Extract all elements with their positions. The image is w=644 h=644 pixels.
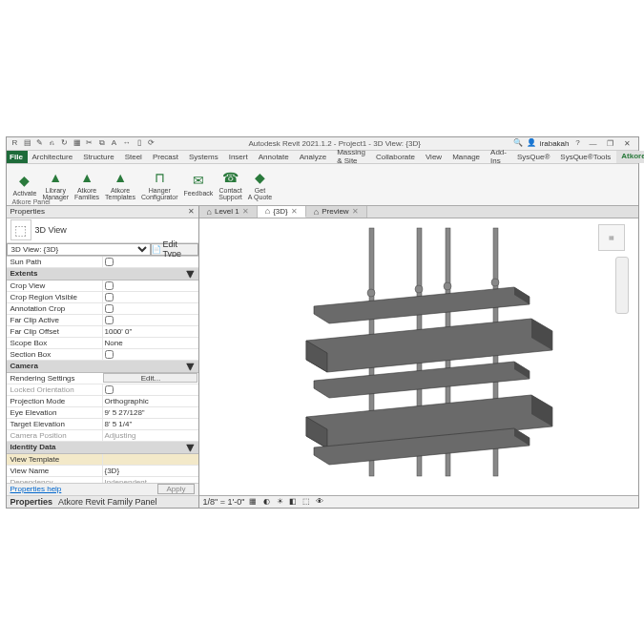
maximize-button[interactable]: ❐: [604, 138, 617, 148]
close-icon[interactable]: ✕: [188, 207, 195, 216]
ribbon-tab[interactable]: SysQue®: [512, 151, 555, 163]
ribbon-tab[interactable]: Add-Ins: [486, 151, 512, 163]
property-value[interactable]: Edit...: [103, 373, 197, 383]
ribbon-button[interactable]: ▲LibraryManager: [39, 168, 72, 201]
palette-tab[interactable]: Properties: [10, 497, 53, 507]
ribbon-button[interactable]: ▲AtkoreTemplates: [102, 168, 138, 201]
ribbon-button[interactable]: ⊓HangerConfigurator: [138, 168, 181, 201]
property-row[interactable]: View Name{3D}: [7, 466, 198, 477]
property-group[interactable]: Identity Data⯆: [7, 442, 198, 454]
qat-icon[interactable]: ⎌: [48, 138, 57, 148]
property-row[interactable]: Rendering SettingsEdit...: [7, 373, 198, 384]
apply-button[interactable]: Apply: [157, 484, 194, 494]
minimize-button[interactable]: —: [587, 138, 600, 148]
ribbon-tab[interactable]: View: [421, 151, 447, 163]
view-cube[interactable]: ▦: [598, 224, 625, 251]
ribbon-tab[interactable]: Collaborate: [371, 151, 421, 163]
property-row[interactable]: Crop View: [7, 280, 198, 292]
ribbon-tab[interactable]: Precast: [148, 151, 184, 163]
close-icon[interactable]: ✕: [242, 207, 249, 216]
visual-style-icon[interactable]: ◐: [261, 497, 271, 507]
property-value[interactable]: [102, 303, 198, 314]
view-tab[interactable]: ⌂ Preview ✕: [306, 206, 367, 218]
properties-help-link[interactable]: Properties help: [10, 485, 62, 493]
property-row[interactable]: Sun Path: [7, 257, 198, 268]
qat-icon[interactable]: R: [10, 138, 20, 148]
qat-icon[interactable]: ⧉: [97, 138, 107, 148]
property-value[interactable]: [102, 349, 198, 360]
ribbon-tab[interactable]: Atkore: [616, 151, 644, 163]
qat-icon[interactable]: ▦: [73, 138, 82, 148]
qat-icon[interactable]: ↻: [60, 138, 70, 148]
close-button[interactable]: ✕: [621, 138, 634, 148]
property-value[interactable]: {3D}: [102, 466, 198, 476]
property-value[interactable]: [102, 292, 198, 302]
property-value[interactable]: Orthographic: [102, 396, 198, 406]
property-value[interactable]: [102, 315, 198, 325]
property-value[interactable]: [102, 384, 198, 395]
property-row[interactable]: Target Elevation8' 5 1/4": [7, 419, 198, 430]
qat-icon[interactable]: ▤: [23, 138, 32, 148]
help-icon[interactable]: ?: [573, 138, 583, 148]
qat-icon[interactable]: ⟳: [147, 138, 156, 148]
ribbon-button[interactable]: ✉Feedback: [181, 171, 217, 197]
property-group[interactable]: Camera⯆: [7, 361, 198, 373]
edit-type-button[interactable]: 📄 Edit Type: [151, 243, 198, 256]
ribbon-button[interactable]: ◆Activate: [10, 171, 40, 197]
property-value[interactable]: 9' 5 27/128": [102, 407, 198, 418]
property-row[interactable]: Annotation Crop: [7, 303, 198, 315]
ribbon-tab[interactable]: Massing & Site: [332, 151, 371, 163]
ribbon-button[interactable]: ▲AtkoreFamilies: [72, 168, 102, 201]
ribbon-tab[interactable]: Annotate: [254, 151, 295, 163]
property-row[interactable]: Far Clip Offset1000' 0": [7, 326, 198, 338]
qat-icon[interactable]: ↔: [122, 138, 132, 148]
instance-filter[interactable]: 3D View: {3D}: [7, 243, 151, 256]
ribbon-tab[interactable]: SysQue®Tools: [555, 151, 616, 163]
ribbon-button[interactable]: ☎ContactSupport: [216, 168, 245, 201]
ribbon-button[interactable]: ◆GetA Quote: [245, 168, 275, 201]
view-tab[interactable]: ⌂ Level 1 ✕: [199, 206, 258, 218]
ribbon-tab[interactable]: Steel: [120, 151, 148, 163]
palette-tab[interactable]: Atkore Revit Family Panel: [58, 497, 157, 507]
property-row[interactable]: View Template: [7, 454, 198, 466]
property-value[interactable]: [102, 257, 198, 267]
ribbon-tab[interactable]: Architecture: [28, 151, 79, 163]
detail-icon[interactable]: ▦: [248, 497, 258, 507]
property-value[interactable]: Adjusting: [102, 430, 198, 441]
property-row[interactable]: Locked Orientation: [7, 384, 198, 396]
crop-icon[interactable]: ⬚: [301, 497, 311, 507]
ribbon-tab[interactable]: File: [7, 151, 28, 163]
qat-icon[interactable]: A: [110, 138, 119, 148]
sunpath-icon[interactable]: ☀: [275, 497, 284, 507]
nav-bar[interactable]: [615, 257, 629, 314]
qat-icon[interactable]: ✂: [85, 138, 94, 148]
ribbon-tab[interactable]: Analyze: [295, 151, 332, 163]
property-row[interactable]: Eye Elevation9' 5 27/128": [7, 407, 198, 419]
search-icon[interactable]: 🔍: [513, 138, 523, 148]
shadows-icon[interactable]: ◧: [288, 497, 298, 507]
user-icon[interactable]: 👤: [527, 138, 536, 148]
scale-label[interactable]: 1/8" = 1'-0": [203, 497, 245, 507]
property-value[interactable]: [102, 280, 198, 291]
close-icon[interactable]: ✕: [352, 207, 359, 216]
ribbon-tab[interactable]: Systems: [184, 151, 224, 163]
property-value[interactable]: [102, 454, 198, 465]
property-value[interactable]: 1000' 0": [102, 326, 198, 337]
property-value[interactable]: None: [102, 338, 198, 348]
hide-icon[interactable]: 👁: [315, 497, 324, 507]
property-row[interactable]: Projection ModeOrthographic: [7, 396, 198, 407]
property-value[interactable]: 8' 5 1/4": [102, 419, 198, 429]
qat-icon[interactable]: ✎: [35, 138, 45, 148]
property-row[interactable]: Camera PositionAdjusting: [7, 430, 198, 442]
view-tab[interactable]: ⌂ {3D} ✕: [258, 206, 306, 218]
property-row[interactable]: Scope BoxNone: [7, 338, 198, 349]
3d-viewport[interactable]: ▦: [199, 218, 638, 495]
ribbon-tab[interactable]: Insert: [224, 151, 254, 163]
property-row[interactable]: Section Box: [7, 349, 198, 361]
ribbon-tab[interactable]: Structure: [78, 151, 119, 163]
ribbon-tab[interactable]: Manage: [447, 151, 486, 163]
property-group[interactable]: Extents⯆: [7, 268, 198, 280]
close-icon[interactable]: ✕: [291, 207, 298, 216]
qat-icon[interactable]: ▯: [135, 138, 144, 148]
property-row[interactable]: Far Clip Active: [7, 315, 198, 326]
